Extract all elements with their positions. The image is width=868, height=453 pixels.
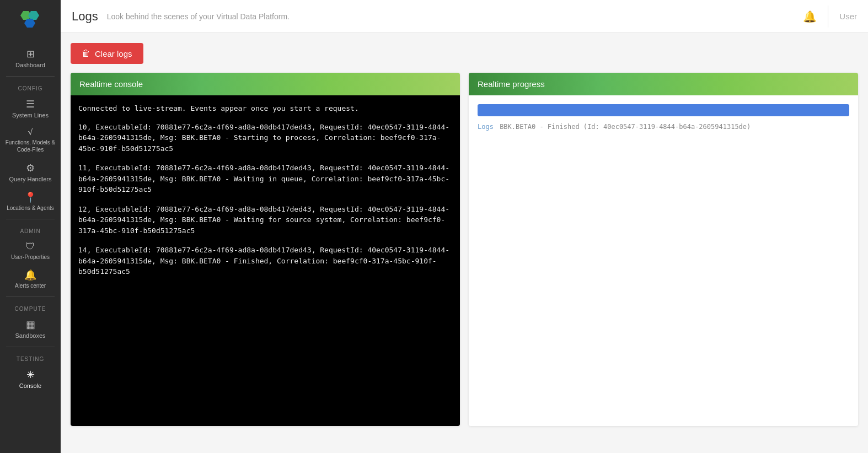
admin-section-label: ADMIN	[0, 223, 61, 236]
console-panel-body[interactable]: Connected to live-stream. Events appear …	[71, 95, 460, 426]
config-section-label: CONFIG	[0, 80, 61, 94]
console-panel-title: Realtime console	[79, 79, 143, 89]
sidebar-item-label: System Lines	[12, 112, 49, 118]
sidebar: ⊞ Dashboard CONFIG ☰ System Lines √ Func…	[0, 0, 61, 453]
page-subtitle: Look behind the scenes of your Virtual D…	[107, 12, 290, 21]
log-entry-12: 12, ExecutableId: 70881e77-6c2a-4f69-ad8…	[78, 204, 452, 236]
sandboxes-icon: ▦	[26, 319, 35, 331]
location-icon: 📍	[24, 191, 36, 203]
sidebar-item-dashboard[interactable]: ⊞ Dashboard	[0, 44, 61, 73]
sidebar-divider	[6, 76, 55, 77]
progress-panel-header: Realtime progress	[469, 73, 858, 95]
progress-panel-title: Realtime progress	[478, 79, 545, 89]
realtime-progress-panel: Realtime progress Logs BBK.BETA0 - Finis…	[469, 73, 858, 426]
progress-label: Logs BBK.BETA0 - Finished (Id: 40ec0547-…	[478, 122, 849, 132]
sidebar-item-query-handlers[interactable]: ⚙ Query Handlers	[0, 158, 61, 187]
sidebar-item-console[interactable]: ✳ Console	[0, 364, 61, 393]
sidebar-item-label: Query Handlers	[9, 176, 51, 182]
header-divider	[828, 6, 828, 28]
progress-panel-body: Logs BBK.BETA0 - Finished (Id: 40ec0547-…	[469, 95, 858, 426]
panels-row: Realtime console Connected to live-strea…	[71, 73, 858, 426]
functions-icon: √	[28, 127, 33, 137]
shield-icon: 🛡	[25, 241, 35, 252]
svg-marker-2	[24, 19, 35, 28]
sidebar-divider-3	[6, 296, 55, 297]
realtime-console-panel: Realtime console Connected to live-strea…	[71, 73, 460, 426]
log-entry-11: 11, ExecutableId: 70881e77-6c2a-4f69-ad8…	[78, 163, 452, 195]
clear-logs-label: Clear logs	[95, 49, 132, 58]
log-text: 12, ExecutableId: 70881e77-6c2a-4f69-ad8…	[78, 205, 449, 235]
sidebar-item-locations-agents[interactable]: 📍 Locations & Agents	[0, 187, 61, 215]
sidebar-item-label: Console	[19, 382, 41, 389]
logs-tag: Logs	[478, 123, 494, 131]
log-text: 14, ExecutableId: 70881e77-6c2a-4f69-ad8…	[78, 246, 449, 276]
progress-bar-container	[478, 104, 849, 116]
sidebar-item-system-lines[interactable]: ☰ System Lines	[0, 94, 61, 123]
trash-icon: 🗑	[82, 48, 90, 58]
sidebar-item-label: Functions, Models & Code-Files	[2, 139, 58, 153]
console-icon: ✳	[26, 369, 35, 381]
sidebar-divider-2	[6, 219, 55, 219]
progress-label-text: BBK.BETA0 - Finished (Id: 40ec0547-3119-…	[500, 123, 751, 131]
notification-bell-icon[interactable]: 🔔	[803, 10, 817, 23]
system-lines-icon: ☰	[26, 98, 35, 110]
dashboard-icon: ⊞	[26, 48, 35, 60]
main-area: Logs Look behind the scenes of your Virt…	[61, 0, 868, 453]
connected-message: Connected to live-stream. Events appear …	[78, 103, 452, 114]
console-panel-header: Realtime console	[71, 73, 460, 95]
sidebar-item-label: User-Properties	[11, 254, 50, 260]
bell-icon: 🔔	[24, 269, 36, 281]
sidebar-item-alerts-center[interactable]: 🔔 Alerts center	[0, 265, 61, 293]
logo	[15, 0, 46, 44]
sidebar-item-functions-models[interactable]: √ Functions, Models & Code-Files	[0, 123, 61, 158]
sidebar-item-user-properties[interactable]: 🛡 User-Properties	[0, 236, 61, 265]
sidebar-item-label: Alerts center	[15, 283, 46, 289]
log-entry-10: 10, ExecutableId: 70881e77-6c2a-4f69-ad8…	[78, 122, 452, 154]
testing-section-label: TESTING	[0, 350, 61, 364]
user-menu[interactable]: User	[839, 12, 857, 21]
log-entry-14: 14, ExecutableId: 70881e77-6c2a-4f69-ad8…	[78, 245, 452, 277]
sidebar-item-label: Sandboxes	[15, 332, 45, 339]
sidebar-item-label: Dashboard	[15, 62, 45, 68]
progress-bar	[478, 104, 849, 116]
header: Logs Look behind the scenes of your Virt…	[61, 0, 868, 33]
clear-logs-button[interactable]: 🗑 Clear logs	[71, 43, 143, 64]
compute-section-label: COMPUTE	[0, 300, 61, 314]
sidebar-item-label: Locations & Agents	[7, 205, 54, 211]
svg-marker-1	[28, 11, 39, 20]
logo-icon	[15, 8, 46, 38]
sidebar-divider-4	[6, 347, 55, 347]
content-area: 🗑 Clear logs Realtime console Connected …	[61, 33, 868, 453]
query-icon: ⚙	[26, 162, 35, 174]
log-text: 10, ExecutableId: 70881e77-6c2a-4f69-ad8…	[78, 123, 449, 153]
sidebar-item-sandboxes[interactable]: ▦ Sandboxes	[0, 314, 61, 343]
log-text: 11, ExecutableId: 70881e77-6c2a-4f69-ad8…	[78, 164, 449, 193]
page-title: Logs	[72, 9, 98, 24]
